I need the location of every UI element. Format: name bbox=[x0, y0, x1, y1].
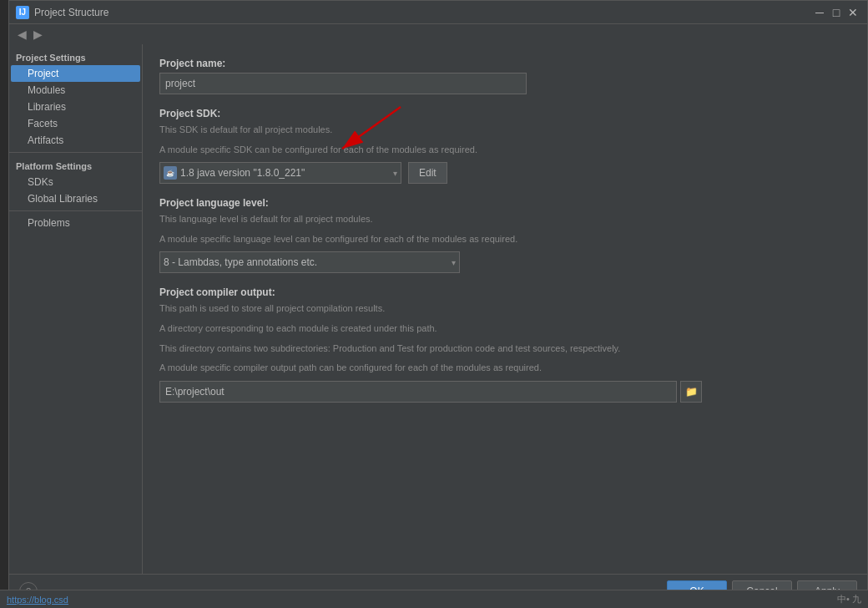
back-button[interactable]: ◀ bbox=[14, 26, 30, 43]
app-icon-label: IJ bbox=[19, 8, 26, 17]
compiler-output-folder-button[interactable]: 📁 bbox=[680, 381, 702, 403]
platform-settings-section-label: Platform Settings bbox=[9, 156, 142, 174]
sidebar-item-problems[interactable]: Problems bbox=[11, 215, 140, 231]
left-edge-strip bbox=[0, 0, 8, 608]
sdk-dropdown-inner: ☕ 1.8 java version "1.8.0_221" bbox=[164, 166, 305, 180]
project-settings-section-label: Project Settings bbox=[9, 48, 142, 65]
title-bar: IJ Project Structure ─ □ ✕ bbox=[9, 1, 867, 24]
sidebar-item-facets[interactable]: Facets bbox=[11, 115, 140, 132]
sidebar-item-project[interactable]: Project bbox=[11, 65, 140, 82]
sdk-desc-2: A module specific SDK can be configured … bbox=[159, 143, 850, 158]
sdk-row: ☕ 1.8 java version "1.8.0_221" ▾ Edit bbox=[159, 162, 850, 184]
minimize-button[interactable]: ─ bbox=[812, 5, 827, 20]
sdk-dropdown[interactable]: ☕ 1.8 java version "1.8.0_221" ▾ bbox=[159, 162, 401, 184]
main-content: Project Settings Project Modules Librari… bbox=[9, 44, 867, 574]
compiler-output-group: Project compiler output: This path is us… bbox=[159, 286, 850, 402]
language-dropdown[interactable]: 8 - Lambdas, type annotations etc. ▾ bbox=[159, 251, 460, 273]
sdk-dropdown-arrow-icon: ▾ bbox=[393, 169, 397, 178]
sidebar-divider-1 bbox=[9, 152, 142, 153]
sdk-desc-1: This SDK is default for all project modu… bbox=[159, 123, 850, 138]
project-structure-dialog: IJ Project Structure ─ □ ✕ ◀ ▶ Project S… bbox=[8, 0, 868, 608]
project-name-label: Project name: bbox=[159, 58, 850, 69]
compiler-desc-2: A directory corresponding to each module… bbox=[159, 322, 850, 337]
status-bar-right: 中• 九 bbox=[837, 593, 861, 605]
nav-arrows-bar: ◀ ▶ bbox=[9, 24, 867, 44]
status-bar-url: https://blog.csd bbox=[7, 595, 68, 605]
sidebar: Project Settings Project Modules Librari… bbox=[9, 44, 143, 574]
language-level-group: Project language level: This language le… bbox=[159, 197, 850, 273]
sidebar-item-modules[interactable]: Modules bbox=[11, 82, 140, 99]
locale-label: 中• 九 bbox=[837, 593, 861, 605]
project-name-group: Project name: bbox=[159, 58, 850, 94]
sdk-edit-button[interactable]: Edit bbox=[408, 162, 447, 184]
sidebar-item-libraries[interactable]: Libraries bbox=[11, 99, 140, 115]
compiler-desc-1: This path is used to store all project c… bbox=[159, 301, 850, 317]
sdk-section-label: Project SDK: bbox=[159, 108, 850, 119]
sidebar-item-global-libraries[interactable]: Global Libraries bbox=[11, 190, 140, 207]
project-name-input[interactable] bbox=[159, 73, 527, 94]
lang-desc-1: This language level is default for all p… bbox=[159, 212, 850, 227]
sidebar-divider-2 bbox=[9, 210, 142, 211]
sdk-group: Project SDK: This SDK is default for all… bbox=[159, 108, 850, 184]
language-dropdown-value: 8 - Lambdas, type annotations etc. bbox=[164, 256, 317, 268]
compiler-output-row: 📁 bbox=[159, 381, 850, 403]
forward-button[interactable]: ▶ bbox=[30, 26, 46, 43]
language-level-label: Project language level: bbox=[159, 197, 850, 209]
close-button[interactable]: ✕ bbox=[845, 5, 860, 20]
app-icon: IJ bbox=[16, 6, 29, 19]
compiler-desc-4: A module specific compiler output path c… bbox=[159, 361, 850, 376]
language-dropdown-arrow-icon: ▾ bbox=[452, 258, 456, 267]
compiler-output-label: Project compiler output: bbox=[159, 286, 850, 298]
folder-icon: 📁 bbox=[685, 386, 698, 398]
sidebar-item-artifacts[interactable]: Artifacts bbox=[11, 132, 140, 149]
sidebar-item-sdks[interactable]: SDKs bbox=[11, 174, 140, 190]
window-title: Project Structure bbox=[34, 7, 812, 18]
maximize-button[interactable]: □ bbox=[829, 5, 844, 20]
compiler-desc-3: This directory contains two subdirectori… bbox=[159, 342, 850, 357]
java-sdk-icon: ☕ bbox=[164, 166, 177, 180]
content-panel: Project name: Project SDK: This SDK is d… bbox=[143, 44, 867, 574]
status-bar: https://blog.csd 中• 九 bbox=[0, 590, 868, 608]
compiler-output-input[interactable] bbox=[159, 381, 677, 403]
lang-desc-2: A module specific language level can be … bbox=[159, 232, 850, 247]
window-controls: ─ □ ✕ bbox=[812, 5, 860, 20]
sdk-dropdown-value: 1.8 java version "1.8.0_221" bbox=[180, 167, 305, 179]
